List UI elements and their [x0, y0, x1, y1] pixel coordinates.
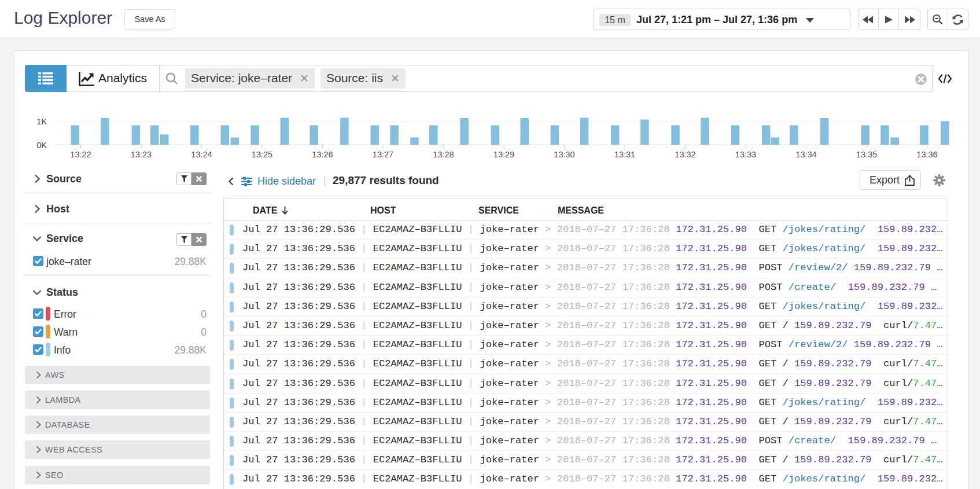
- svg-text:1K: 1K: [36, 117, 47, 126]
- svg-text:13:28: 13:28: [433, 150, 454, 159]
- svg-text:13:36: 13:36: [916, 150, 937, 159]
- svg-text:13:23: 13:23: [131, 150, 152, 159]
- svg-text:13:24: 13:24: [191, 150, 212, 159]
- svg-text:13:33: 13:33: [735, 150, 756, 159]
- svg-text:13:34: 13:34: [795, 150, 816, 159]
- svg-text:0K: 0K: [36, 141, 47, 150]
- svg-text:13:25: 13:25: [252, 150, 272, 159]
- svg-text:13:27: 13:27: [373, 150, 393, 159]
- svg-text:13:26: 13:26: [312, 150, 333, 159]
- svg-text:13:29: 13:29: [493, 150, 514, 159]
- svg-text:13:31: 13:31: [614, 150, 635, 159]
- svg-text:13:30: 13:30: [554, 150, 574, 159]
- svg-text:13:35: 13:35: [856, 150, 877, 159]
- svg-text:13:32: 13:32: [675, 150, 695, 159]
- svg-text:13:22: 13:22: [70, 150, 91, 159]
